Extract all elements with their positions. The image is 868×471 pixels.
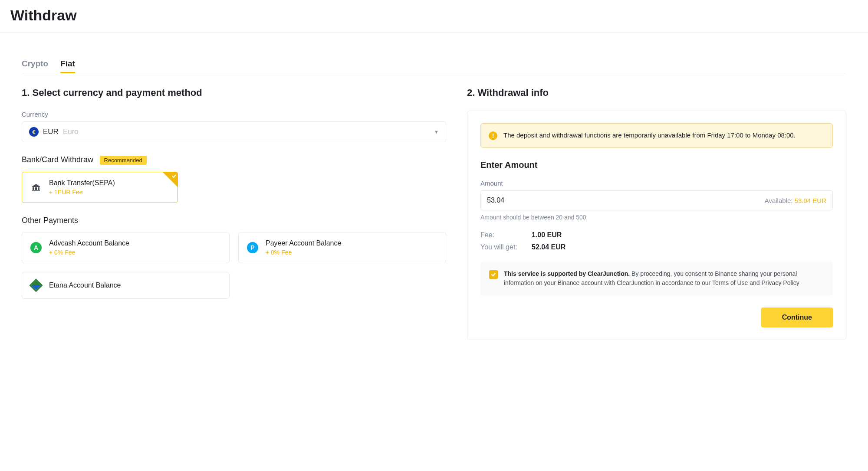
amount-hint: Amount should be between 20 and 500 — [480, 214, 833, 221]
method-name: Advcash Account Balance — [49, 239, 129, 247]
unavailable-alert: ! The deposit and withdrawal functions a… — [480, 123, 833, 148]
continue-button[interactable]: Continue — [761, 307, 833, 327]
available-value: 53.04 EUR — [795, 196, 826, 204]
available-label: Available: — [765, 196, 795, 204]
method-payeer[interactable]: P Payeer Account Balance + 0% Fee — [238, 232, 446, 263]
enter-amount-heading: Enter Amount — [480, 160, 833, 170]
chevron-down-icon: ▼ — [434, 129, 439, 134]
method-name: Payeer Account Balance — [266, 239, 341, 247]
selected-corner — [163, 172, 178, 187]
advcash-icon: A — [30, 242, 42, 254]
amount-label: Amount — [480, 180, 833, 187]
currency-code: EUR — [43, 128, 59, 136]
page-title: Withdraw — [10, 7, 858, 24]
other-payments-title: Other Payments — [22, 216, 78, 225]
method-fee: + 1EUR Fee — [49, 189, 115, 196]
consent-bold: This service is supported by ClearJuncti… — [504, 270, 630, 277]
consent-text: This service is supported by ClearJuncti… — [504, 269, 824, 288]
header-divider — [0, 33, 868, 33]
select-currency-heading: 1. Select currency and payment method — [22, 87, 446, 98]
method-advcash[interactable]: A Advcash Account Balance + 0% Fee — [22, 232, 230, 263]
method-etana[interactable]: Etana Account Balance — [22, 272, 230, 299]
etana-icon — [30, 279, 42, 291]
tab-crypto[interactable]: Crypto — [22, 59, 48, 73]
bank-icon — [30, 181, 42, 193]
method-name: Bank Transfer(SEPA) — [49, 179, 115, 187]
consent-checkbox[interactable] — [489, 270, 498, 279]
withdrawal-info-heading: 2. Withdrawal info — [467, 87, 846, 98]
tabs: Crypto Fiat — [22, 59, 846, 73]
currency-select[interactable]: € EUR Euro ▼ — [22, 121, 446, 142]
consent-box: This service is supported by ClearJuncti… — [480, 262, 833, 295]
payeer-icon: P — [247, 242, 259, 254]
available-balance: Available: 53.04 EUR — [765, 196, 826, 204]
method-fee: + 0% Fee — [266, 249, 341, 256]
withdrawal-info-panel: ! The deposit and withdrawal functions a… — [467, 111, 846, 340]
fee-value: 1.00 EUR — [532, 231, 562, 239]
method-name: Etana Account Balance — [49, 281, 121, 289]
alert-text: The deposit and withdrawal functions are… — [503, 131, 796, 141]
fee-label: Fee: — [480, 231, 524, 239]
check-icon — [171, 173, 177, 179]
you-will-get-value: 52.04 EUR — [532, 243, 566, 251]
warning-icon: ! — [489, 131, 497, 140]
currency-label: Currency — [22, 111, 446, 118]
check-icon — [490, 271, 496, 278]
recommended-badge: Recommended — [100, 156, 147, 165]
bankcard-withdraw-title: Bank/Card Withdraw — [22, 155, 93, 164]
you-will-get-label: You will get: — [480, 243, 524, 251]
method-fee: + 0% Fee — [49, 249, 129, 256]
method-bank-transfer-sepa[interactable]: Bank Transfer(SEPA) + 1EUR Fee — [22, 172, 178, 203]
tab-fiat[interactable]: Fiat — [60, 59, 75, 73]
currency-name: Euro — [63, 128, 79, 136]
euro-icon: € — [29, 127, 39, 137]
